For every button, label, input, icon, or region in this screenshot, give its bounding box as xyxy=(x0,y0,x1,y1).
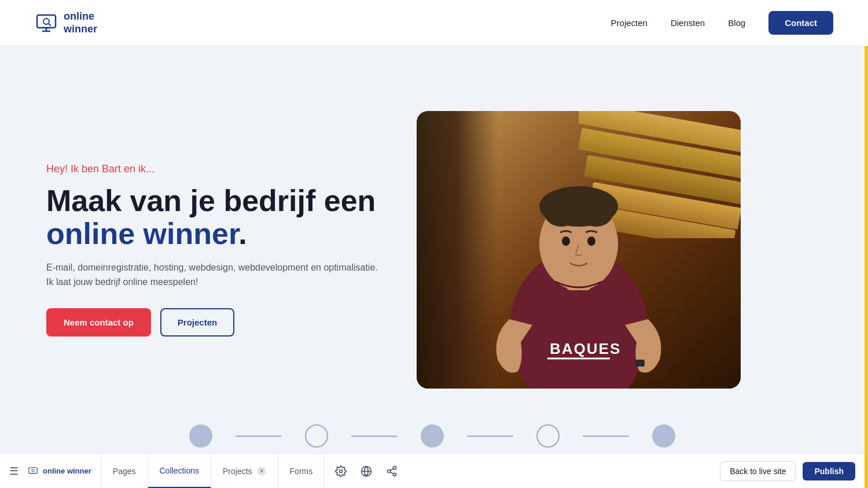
toolbar-right: Back to live site Publish xyxy=(720,461,865,481)
svg-point-24 xyxy=(393,473,396,476)
svg-line-25 xyxy=(390,472,393,474)
tab-collections[interactable]: Collections xyxy=(148,454,211,488)
tab-forms[interactable]: Forms xyxy=(278,454,325,488)
deco-5 xyxy=(421,424,444,448)
hero-description: E-mail, domeinregistratie, hosting, webd… xyxy=(46,260,382,290)
hamburger-icon[interactable]: ☰ xyxy=(9,465,19,478)
toolbar-logo-icon xyxy=(28,466,38,476)
svg-line-26 xyxy=(390,468,393,470)
hero-subtitle: Hey! Ik ben Bart en ik... xyxy=(46,163,382,175)
svg-point-4 xyxy=(43,19,49,24)
svg-point-22 xyxy=(393,466,396,469)
hero-right: BAQUES xyxy=(417,111,741,389)
hero-buttons: Neem contact op Projecten xyxy=(46,308,382,337)
deco-2 xyxy=(236,435,282,437)
yellow-accent-bar xyxy=(865,0,868,488)
deco-1 xyxy=(189,424,212,448)
nav-projecten[interactable]: Projecten xyxy=(611,18,648,28)
svg-point-15 xyxy=(587,236,595,246)
logo[interactable]: online winner xyxy=(35,10,97,35)
tab-projects-close[interactable]: ✕ xyxy=(257,467,266,476)
toolbar-brand-text: online winner xyxy=(43,467,91,475)
photo-bg: BAQUES xyxy=(417,111,741,389)
tab-pages-label: Pages xyxy=(113,467,136,476)
publish-button[interactable]: Publish xyxy=(803,462,855,480)
deco-6 xyxy=(467,435,513,437)
svg-text:BAQUES: BAQUES xyxy=(550,340,621,357)
tab-pages[interactable]: Pages xyxy=(101,454,148,488)
back-to-live-button[interactable]: Back to live site xyxy=(720,461,796,481)
contact-button[interactable]: Contact xyxy=(768,11,833,35)
bart-person: BAQUES xyxy=(417,111,741,389)
hero-title-line1: Maak van je bedrijf een xyxy=(46,184,376,217)
logo-text: online winner xyxy=(64,10,97,35)
settings-icon xyxy=(335,465,347,477)
tab-projects[interactable]: Projects ✕ xyxy=(211,454,278,488)
deco-8 xyxy=(583,435,629,437)
tab-projects-label: Projects xyxy=(223,467,252,476)
deco-4 xyxy=(351,435,398,437)
projecten-cta-button[interactable]: Projecten xyxy=(160,308,234,337)
svg-point-13 xyxy=(579,198,613,227)
svg-line-5 xyxy=(49,24,51,26)
settings-icon-btn[interactable] xyxy=(329,460,352,483)
hero-left: Hey! Ik ben Bart en ik... Maak van je be… xyxy=(46,163,382,337)
site-header: online winner Projecten Diensten Blog Co… xyxy=(0,0,868,46)
svg-point-23 xyxy=(388,469,391,472)
svg-rect-16 xyxy=(635,360,645,367)
bottom-decoration xyxy=(0,419,865,453)
tab-forms-label: Forms xyxy=(290,467,313,476)
share-icon xyxy=(386,465,398,477)
svg-rect-17 xyxy=(29,467,37,473)
nav-diensten[interactable]: Diensten xyxy=(671,18,705,28)
hero-title-period: . xyxy=(238,217,247,250)
deco-7 xyxy=(536,424,560,448)
globe-icon-btn[interactable] xyxy=(355,460,378,483)
globe-icon xyxy=(361,465,372,477)
toolbar-icons xyxy=(325,454,408,488)
share-icon-btn[interactable] xyxy=(380,460,403,483)
svg-point-19 xyxy=(340,469,343,472)
svg-point-12 xyxy=(544,198,579,227)
svg-rect-0 xyxy=(37,15,56,28)
tab-collections-label: Collections xyxy=(160,466,199,475)
nav-blog[interactable]: Blog xyxy=(728,18,745,28)
toolbar-brand[interactable]: ☰ online winner xyxy=(0,454,101,488)
svg-point-18 xyxy=(32,469,35,472)
deco-9 xyxy=(652,424,675,448)
hero-image: BAQUES xyxy=(417,111,741,389)
main-nav: Projecten Diensten Blog Contact xyxy=(611,11,833,35)
logo-icon xyxy=(35,12,58,35)
hero-section: Hey! Ik ben Bart en ik... Maak van je be… xyxy=(0,46,865,453)
bottom-toolbar: ☰ online winner Pages Collections Projec… xyxy=(0,453,865,488)
contact-cta-button[interactable]: Neem contact op xyxy=(46,308,151,337)
deco-3 xyxy=(305,424,328,448)
svg-point-14 xyxy=(562,236,570,246)
hero-title: Maak van je bedrijf een online winner. xyxy=(46,184,382,250)
hero-title-blue: online winner xyxy=(46,217,238,250)
